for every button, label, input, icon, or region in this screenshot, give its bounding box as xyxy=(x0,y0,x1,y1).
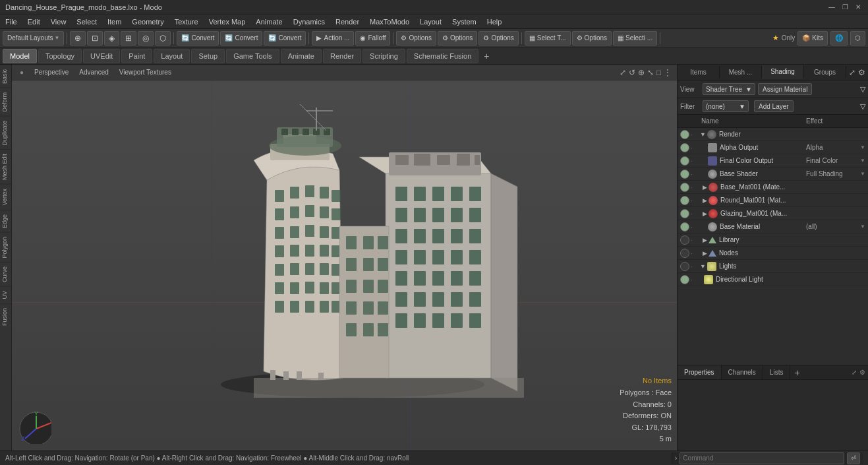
btab-properties[interactable]: Properties xyxy=(678,365,722,379)
tool-symmetry-btn[interactable]: ⊞ xyxy=(121,31,136,46)
viewport-orbit-btn[interactable]: ↺ xyxy=(629,68,635,77)
eye-base-mat001[interactable] xyxy=(680,183,689,192)
unreal-btn[interactable]: ⬡ xyxy=(850,31,865,46)
btab-settings-icon[interactable]: ⚙ xyxy=(859,369,865,376)
rtab-expand-icon[interactable]: ⤢ xyxy=(849,68,855,77)
eye-render[interactable] xyxy=(680,130,689,139)
tree-item-glazing-mat001[interactable]: · ▶ Glazing_Mat001 (Ma... xyxy=(678,207,868,220)
minimize-button[interactable]: — xyxy=(827,3,836,12)
tab-uvedit[interactable]: UVEdit xyxy=(83,49,120,63)
rtab-shading[interactable]: Shading xyxy=(762,65,804,79)
tree-item-nodes[interactable]: · ▶ Nodes xyxy=(678,247,868,260)
tab-schematic[interactable]: Schematic Fusion xyxy=(407,49,478,63)
command-go-btn[interactable]: ⏎ xyxy=(847,452,860,464)
viewport-advanced-btn[interactable]: Advanced xyxy=(76,67,111,77)
eye-library[interactable] xyxy=(680,235,689,245)
btab-lists[interactable]: Lists xyxy=(763,365,791,379)
menu-render[interactable]: Render xyxy=(330,15,364,28)
viewport-zoom-btn[interactable]: ⊕ xyxy=(638,68,645,77)
tree-item-final-color[interactable]: · Final Color Output Final Color ▼ xyxy=(678,154,868,168)
viewport-settings-btn[interactable]: ⋮ xyxy=(664,68,672,77)
tool-falloff-btn[interactable]: ◈ xyxy=(104,31,119,46)
viewport[interactable]: ● Perspective Advanced Viewport Textures… xyxy=(12,65,677,450)
add-layer-btn[interactable]: Add Layer xyxy=(754,100,794,112)
menu-help[interactable]: Help xyxy=(482,15,507,28)
rtab-items[interactable]: Items xyxy=(678,66,720,78)
filter-icon[interactable]: ▽ xyxy=(860,85,865,94)
select-info-btn[interactable]: ▦ Selecti ... xyxy=(613,31,657,46)
select-type-btn[interactable]: ▦ Select T... xyxy=(525,31,571,46)
sidebar-duplicate[interactable]: Duplicate xyxy=(0,116,11,150)
options-btn-3[interactable]: ⚙ Options xyxy=(478,31,518,46)
btab-expand-icon[interactable]: ⤢ xyxy=(852,369,857,376)
expand-btn[interactable]: › xyxy=(675,454,677,462)
filter-dropdown[interactable]: (none) ▼ xyxy=(703,100,749,112)
view-dropdown[interactable]: Shader Tree ▼ xyxy=(703,83,755,95)
tab-paint[interactable]: Paint xyxy=(121,49,152,63)
eye-nodes[interactable] xyxy=(680,249,689,258)
options-btn-2[interactable]: ⚙ Options xyxy=(438,31,477,46)
eye-final-color[interactable] xyxy=(680,156,689,166)
eye-round-mat001[interactable] xyxy=(680,196,689,205)
tool-snap-btn[interactable]: ⊕ xyxy=(70,31,86,46)
maximize-button[interactable]: ❐ xyxy=(840,3,850,12)
btab-channels[interactable]: Channels xyxy=(722,365,763,379)
menu-geometry[interactable]: Geometry xyxy=(127,15,169,28)
tab-render[interactable]: Render xyxy=(323,49,361,63)
viewport-pan-btn[interactable]: ⤡ xyxy=(647,68,654,77)
options-btn-1[interactable]: ⚙ Options xyxy=(396,31,436,46)
sidebar-vertex[interactable]: Vertex xyxy=(0,184,11,210)
eye-glazing-mat001[interactable] xyxy=(680,209,689,218)
tree-item-alpha-output[interactable]: · Alpha Output Alpha ▼ xyxy=(678,141,868,154)
sidebar-fusion[interactable]: Fusion xyxy=(0,303,11,330)
tool-mode-btn[interactable]: ◎ xyxy=(138,31,154,46)
assign-material-btn[interactable]: Assign Material xyxy=(758,83,812,95)
sidebar-polygon[interactable]: Polygon xyxy=(0,232,11,263)
menu-maxtomodo[interactable]: MaxToModo xyxy=(364,15,415,28)
tree-item-base-mat001[interactable]: · ▶ Base_Mat001 (Mate... xyxy=(678,181,868,194)
viewport-perspective-btn[interactable]: Perspective xyxy=(32,67,71,77)
options-btn-4[interactable]: ⚙ Options xyxy=(572,31,612,46)
tree-item-directional-light[interactable]: · Directional Light xyxy=(678,273,868,286)
sidebar-basic[interactable]: Basic xyxy=(0,65,11,88)
menu-animate[interactable]: Animate xyxy=(250,15,287,28)
tree-item-base-material[interactable]: · Base Material (all) ▼ xyxy=(678,220,868,233)
convert-btn-1[interactable]: 🔄 Convert xyxy=(177,31,219,46)
convert-btn-2[interactable]: 🔄 Convert xyxy=(220,31,262,46)
tree-item-render[interactable]: · ▼ Render xyxy=(678,128,868,141)
rtab-groups[interactable]: Groups xyxy=(804,66,846,78)
settings-btn[interactable]: 🌐 xyxy=(830,31,848,46)
rtab-mesh[interactable]: Mesh ... xyxy=(720,66,762,78)
menu-select[interactable]: Select xyxy=(71,15,102,28)
tree-item-base-shader[interactable]: · Base Shader Full Shading ▼ xyxy=(678,168,868,181)
sidebar-edge[interactable]: Edge xyxy=(0,210,11,232)
sidebar-uv[interactable]: UV xyxy=(0,286,11,303)
tab-setup[interactable]: Setup xyxy=(191,49,225,63)
menu-system[interactable]: System xyxy=(447,15,482,28)
tab-add-btn[interactable]: + xyxy=(480,51,493,61)
eye-directional-light[interactable] xyxy=(680,275,689,284)
menu-file[interactable]: File xyxy=(0,15,22,28)
close-button[interactable]: ✕ xyxy=(854,3,863,12)
sidebar-curve[interactable]: Curve xyxy=(0,262,11,286)
tab-layout[interactable]: Layout xyxy=(154,49,190,63)
eye-lights[interactable] xyxy=(680,262,689,271)
filter-options-icon[interactable]: ▽ xyxy=(860,102,865,111)
sidebar-deform[interactable]: Deform xyxy=(0,88,11,116)
menu-item[interactable]: Item xyxy=(102,15,127,28)
layout-dropdown[interactable]: Default Layouts ▼ xyxy=(3,31,64,46)
menu-vertex-map[interactable]: Vertex Map xyxy=(204,15,251,28)
tree-item-library[interactable]: · ▶ Library xyxy=(678,233,868,247)
falloff-btn[interactable]: ◉ Falloff xyxy=(355,31,390,46)
tab-topology[interactable]: Topology xyxy=(38,49,82,63)
menu-view[interactable]: View xyxy=(45,15,72,28)
menu-dynamics[interactable]: Dynamics xyxy=(288,15,330,28)
tool-extra-btn[interactable]: ⬡ xyxy=(155,31,171,46)
menu-edit[interactable]: Edit xyxy=(22,15,45,28)
menu-layout[interactable]: Layout xyxy=(415,15,447,28)
tab-scripting[interactable]: Scripting xyxy=(362,49,405,63)
sidebar-mesh-edit[interactable]: Mesh Edit xyxy=(0,149,11,184)
eye-base-shader[interactable] xyxy=(680,170,689,179)
tool-action-center-btn[interactable]: ⊡ xyxy=(87,31,103,46)
convert-btn-3[interactable]: 🔄 Convert xyxy=(264,31,306,46)
